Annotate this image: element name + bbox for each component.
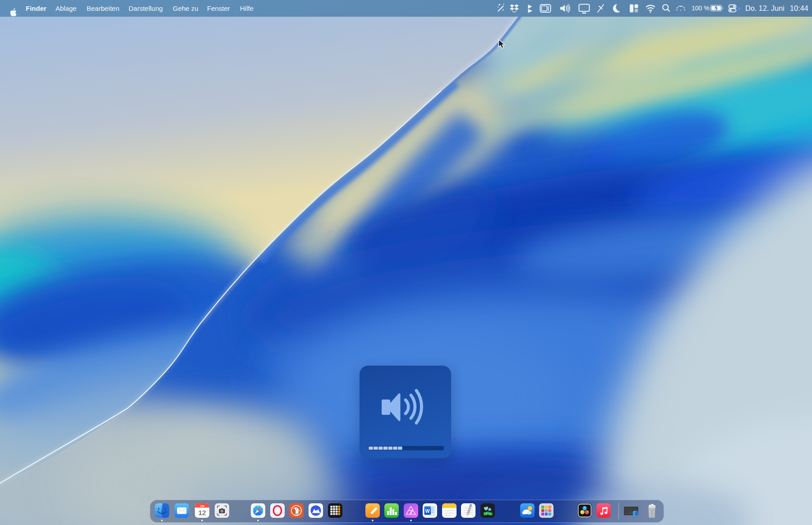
svg-text:JUN: JUN (200, 505, 204, 507)
svg-text:12: 12 (198, 509, 206, 516)
svg-text:W: W (425, 508, 430, 514)
